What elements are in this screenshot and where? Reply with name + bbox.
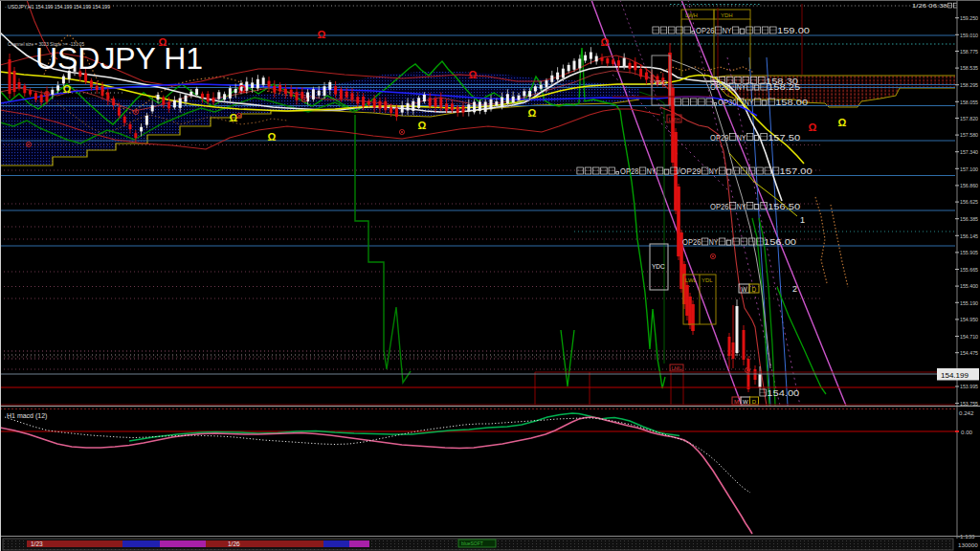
svg-text:NY: NY (723, 26, 732, 35)
svg-text:153.995: 153.995 (960, 383, 978, 389)
svg-text:154.710: 154.710 (960, 333, 978, 340)
svg-text:D: D (752, 399, 757, 405)
svg-text:153.755: 153.755 (960, 400, 978, 407)
svg-text:1/26: 1/26 (228, 540, 240, 547)
svg-text:LML: LML (672, 365, 682, 371)
svg-text:Ω: Ω (268, 131, 277, 143)
svg-text:NY: NY (647, 166, 657, 176)
svg-text:W: W (742, 286, 748, 293)
svg-text:154.950: 154.950 (960, 316, 978, 322)
svg-text:NY: NY (737, 82, 746, 92)
svg-text:157.00: 157.00 (780, 166, 813, 176)
svg-text:158.00: 158.00 (775, 98, 808, 107)
svg-text:NY: NY (737, 133, 746, 143)
svg-text:130000: 130000 (958, 541, 978, 548)
svg-text:155.665: 155.665 (960, 266, 978, 273)
svg-text:W: W (743, 399, 748, 405)
svg-text:156.860: 156.860 (960, 182, 978, 188)
svg-text:158.775: 158.775 (960, 48, 978, 55)
svg-text:NY: NY (709, 237, 719, 247)
svg-text:154.00: 154.00 (767, 388, 799, 398)
svg-text:154.199: 154.199 (941, 371, 969, 380)
svg-text:155.905: 155.905 (960, 249, 978, 255)
svg-text:158.535: 158.535 (960, 64, 978, 71)
svg-text:OP26: OP26 (696, 26, 714, 35)
svg-text:Ω: Ω (418, 120, 427, 131)
svg-text:YDO: YDO (654, 79, 667, 86)
svg-text:157.50: 157.50 (768, 133, 800, 143)
svg-text:156.00: 156.00 (764, 237, 796, 247)
svg-text:Ω: Ω (838, 117, 847, 128)
svg-text:1/26 06:38: 1/26 06:38 (912, 2, 947, 9)
svg-text:Channel size = 3023 Slope >= -: Channel size = 3023 Slope >= -131.05 (8, 41, 84, 47)
svg-text:158.295: 158.295 (960, 81, 978, 88)
svg-text:157.100: 157.100 (960, 165, 978, 172)
svg-text:2: 2 (792, 284, 797, 294)
svg-text:156.145: 156.145 (960, 232, 978, 239)
svg-text:155.190: 155.190 (960, 299, 978, 306)
svg-text:/OP29: /OP29 (678, 166, 701, 176)
svg-text:158.055: 158.055 (960, 99, 978, 105)
svg-text:Ω: Ω (318, 29, 326, 40)
svg-text:0.242: 0.242 (959, 409, 974, 416)
svg-text:154.475: 154.475 (960, 349, 978, 356)
svg-text:OP26: OP26 (710, 202, 728, 211)
svg-text:158.25: 158.25 (768, 82, 800, 92)
svg-text:M: M (734, 399, 739, 405)
svg-text:NY: NY (737, 202, 746, 211)
svg-text:Ω: Ω (238, 83, 247, 95)
svg-text:YDL: YDL (702, 277, 713, 283)
svg-text:156.385: 156.385 (960, 215, 978, 222)
svg-text:0.00: 0.00 (961, 429, 973, 435)
svg-text:USDJPY H1: USDJPY H1 (35, 42, 203, 76)
svg-text:LWH: LWH (685, 12, 698, 18)
svg-text:159.250: 159.250 (960, 14, 978, 21)
svg-text:Ω: Ω (469, 69, 478, 80)
svg-text:YDC: YDC (652, 263, 665, 270)
svg-text:156.50: 156.50 (768, 202, 800, 211)
svg-text:· USDJPY,H1 154.199 154.199 1: · USDJPY,H1 154.199 154.199 154.199 154.… (5, 4, 111, 10)
svg-text:OP29: OP29 (710, 133, 728, 143)
svg-text:1: 1 (800, 215, 805, 225)
svg-text:D: D (752, 286, 757, 293)
svg-text:LMH: LMH (669, 117, 680, 122)
svg-text:Ω: Ω (809, 121, 817, 133)
svg-text:LWL: LWL (685, 277, 698, 283)
svg-text:NY: NY (745, 98, 754, 107)
svg-text:157.580: 157.580 (960, 131, 978, 138)
svg-text:OP28: OP28 (620, 166, 638, 176)
svg-text:155.400: 155.400 (960, 282, 978, 289)
svg-text:OP28: OP28 (710, 82, 728, 92)
svg-text:Ω: Ω (230, 112, 238, 123)
svg-text:Ω: Ω (601, 36, 610, 48)
svg-text:Ω: Ω (63, 83, 72, 95)
svg-text:1/23: 1/23 (31, 540, 43, 547)
svg-text:NY: NY (709, 166, 719, 176)
svg-text:159.010: 159.010 (960, 32, 978, 38)
svg-text:YDH: YDH (721, 12, 733, 18)
svg-text:156.625: 156.625 (960, 198, 978, 205)
svg-text:Ω: Ω (528, 107, 537, 119)
svg-text:blueSOFT: blueSOFT (461, 540, 483, 546)
svg-text:157.340: 157.340 (960, 148, 978, 155)
svg-text:OP26: OP26 (682, 237, 701, 247)
svg-text:OP30: OP30 (718, 98, 736, 107)
svg-text:H1 macd (12): H1 macd (12) (7, 412, 47, 420)
svg-text:159.00: 159.00 (777, 26, 810, 35)
svg-text:157.820: 157.820 (960, 115, 978, 121)
